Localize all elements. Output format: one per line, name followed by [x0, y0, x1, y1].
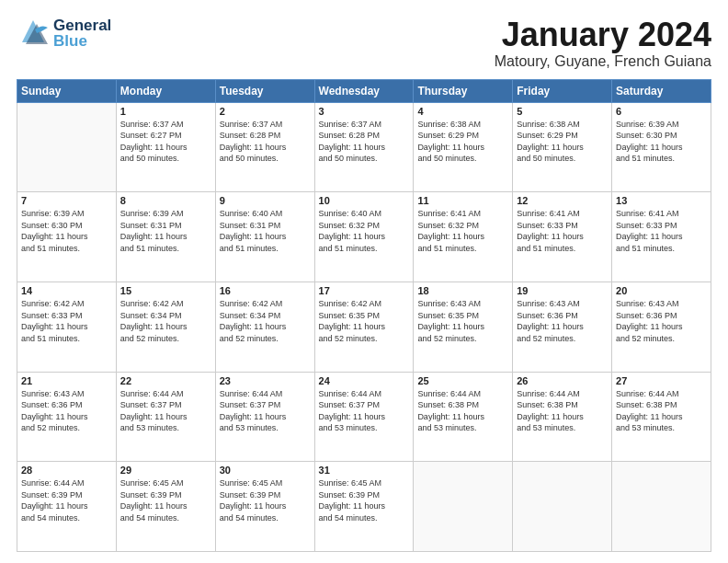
- calendar-day-cell: 16Sunrise: 6:42 AM Sunset: 6:34 PM Dayli…: [215, 282, 314, 372]
- day-number: 27: [616, 375, 707, 386]
- day-info: Sunrise: 6:38 AM Sunset: 6:29 PM Dayligh…: [517, 119, 608, 165]
- day-number: 23: [220, 375, 311, 386]
- day-info: Sunrise: 6:37 AM Sunset: 6:28 PM Dayligh…: [319, 119, 410, 165]
- day-number: 2: [220, 106, 311, 117]
- header-monday: Monday: [116, 79, 215, 102]
- day-info: Sunrise: 6:39 AM Sunset: 6:30 PM Dayligh…: [21, 208, 112, 254]
- logo-general-text: General: [53, 17, 111, 33]
- logo-label: General Blue: [53, 17, 111, 49]
- day-number: 19: [517, 285, 608, 296]
- day-number: 8: [120, 195, 211, 206]
- day-number: 26: [517, 375, 608, 386]
- calendar-day-cell: 19Sunrise: 6:43 AM Sunset: 6:36 PM Dayli…: [513, 282, 612, 372]
- day-number: 7: [21, 195, 112, 206]
- day-info: Sunrise: 6:44 AM Sunset: 6:38 PM Dayligh…: [417, 388, 508, 434]
- calendar-week-row: 14Sunrise: 6:42 AM Sunset: 6:33 PM Dayli…: [17, 282, 711, 372]
- day-info: Sunrise: 6:42 AM Sunset: 6:34 PM Dayligh…: [220, 298, 311, 344]
- calendar-day-cell: 17Sunrise: 6:42 AM Sunset: 6:35 PM Dayli…: [314, 282, 414, 372]
- header-friday: Friday: [513, 79, 612, 102]
- calendar-week-row: 28Sunrise: 6:44 AM Sunset: 6:39 PM Dayli…: [17, 462, 711, 552]
- calendar-day-cell: 25Sunrise: 6:44 AM Sunset: 6:38 PM Dayli…: [414, 372, 513, 462]
- day-info: Sunrise: 6:45 AM Sunset: 6:39 PM Dayligh…: [319, 477, 410, 523]
- day-info: Sunrise: 6:43 AM Sunset: 6:36 PM Dayligh…: [21, 388, 112, 434]
- calendar-day-cell: [17, 102, 117, 192]
- day-info: Sunrise: 6:43 AM Sunset: 6:36 PM Dayligh…: [616, 298, 707, 344]
- header-wednesday: Wednesday: [314, 79, 414, 102]
- title-block: January 2024 Matoury, Guyane, French Gui…: [495, 17, 711, 70]
- day-number: 5: [517, 106, 608, 117]
- day-number: 14: [21, 285, 112, 296]
- day-number: 25: [417, 375, 508, 386]
- day-info: Sunrise: 6:44 AM Sunset: 6:37 PM Dayligh…: [319, 388, 410, 434]
- calendar-week-row: 7Sunrise: 6:39 AM Sunset: 6:30 PM Daylig…: [17, 192, 711, 282]
- header-sunday: Sunday: [17, 79, 117, 102]
- day-number: 20: [616, 285, 707, 296]
- day-number: 29: [120, 465, 211, 476]
- header-saturday: Saturday: [612, 79, 711, 102]
- calendar-day-cell: 6Sunrise: 6:39 AM Sunset: 6:30 PM Daylig…: [612, 102, 711, 192]
- day-info: Sunrise: 6:38 AM Sunset: 6:29 PM Dayligh…: [417, 119, 508, 165]
- day-info: Sunrise: 6:37 AM Sunset: 6:28 PM Dayligh…: [220, 119, 311, 165]
- calendar-week-row: 21Sunrise: 6:43 AM Sunset: 6:36 PM Dayli…: [17, 372, 711, 462]
- logo: General Blue: [17, 17, 111, 50]
- day-info: Sunrise: 6:44 AM Sunset: 6:38 PM Dayligh…: [616, 388, 707, 434]
- calendar-day-cell: 1Sunrise: 6:37 AM Sunset: 6:27 PM Daylig…: [116, 102, 215, 192]
- page: General Blue January 2024 Matoury, Guyan…: [0, 0, 728, 563]
- day-info: Sunrise: 6:43 AM Sunset: 6:35 PM Dayligh…: [417, 298, 508, 344]
- day-number: 21: [21, 375, 112, 386]
- day-number: 30: [220, 465, 311, 476]
- day-info: Sunrise: 6:45 AM Sunset: 6:39 PM Dayligh…: [120, 477, 211, 523]
- day-number: 16: [220, 285, 311, 296]
- day-number: 12: [517, 195, 608, 206]
- day-number: 24: [319, 375, 410, 386]
- calendar-day-cell: 24Sunrise: 6:44 AM Sunset: 6:37 PM Dayli…: [314, 372, 414, 462]
- calendar-day-cell: [414, 462, 513, 552]
- calendar-day-cell: 23Sunrise: 6:44 AM Sunset: 6:37 PM Dayli…: [215, 372, 314, 462]
- calendar-day-cell: 31Sunrise: 6:45 AM Sunset: 6:39 PM Dayli…: [314, 462, 414, 552]
- logo-blue-text: Blue: [53, 33, 111, 49]
- day-info: Sunrise: 6:42 AM Sunset: 6:33 PM Dayligh…: [21, 298, 112, 344]
- day-info: Sunrise: 6:42 AM Sunset: 6:34 PM Dayligh…: [120, 298, 211, 344]
- day-info: Sunrise: 6:41 AM Sunset: 6:33 PM Dayligh…: [616, 208, 707, 254]
- day-info: Sunrise: 6:40 AM Sunset: 6:31 PM Dayligh…: [220, 208, 311, 254]
- day-number: 17: [319, 285, 410, 296]
- calendar-day-cell: 12Sunrise: 6:41 AM Sunset: 6:33 PM Dayli…: [513, 192, 612, 282]
- day-info: Sunrise: 6:40 AM Sunset: 6:32 PM Dayligh…: [319, 208, 410, 254]
- day-number: 18: [417, 285, 508, 296]
- day-info: Sunrise: 6:37 AM Sunset: 6:27 PM Dayligh…: [120, 119, 211, 165]
- calendar-day-cell: 21Sunrise: 6:43 AM Sunset: 6:36 PM Dayli…: [17, 372, 117, 462]
- calendar-table: Sunday Monday Tuesday Wednesday Thursday…: [17, 79, 711, 552]
- calendar-day-cell: 13Sunrise: 6:41 AM Sunset: 6:33 PM Dayli…: [612, 192, 711, 282]
- calendar-day-cell: 28Sunrise: 6:44 AM Sunset: 6:39 PM Dayli…: [17, 462, 117, 552]
- day-number: 22: [120, 375, 211, 386]
- day-number: 10: [319, 195, 410, 206]
- calendar-day-cell: 18Sunrise: 6:43 AM Sunset: 6:35 PM Dayli…: [414, 282, 513, 372]
- day-number: 31: [319, 465, 410, 476]
- calendar-day-cell: 5Sunrise: 6:38 AM Sunset: 6:29 PM Daylig…: [513, 102, 612, 192]
- calendar-day-cell: 15Sunrise: 6:42 AM Sunset: 6:34 PM Dayli…: [116, 282, 215, 372]
- day-number: 6: [616, 106, 707, 117]
- day-number: 3: [319, 106, 410, 117]
- calendar-day-cell: [612, 462, 711, 552]
- calendar-day-cell: 29Sunrise: 6:45 AM Sunset: 6:39 PM Dayli…: [116, 462, 215, 552]
- day-info: Sunrise: 6:44 AM Sunset: 6:37 PM Dayligh…: [220, 388, 311, 434]
- day-number: 28: [21, 465, 112, 476]
- header-tuesday: Tuesday: [215, 79, 314, 102]
- day-info: Sunrise: 6:44 AM Sunset: 6:39 PM Dayligh…: [21, 477, 112, 523]
- day-number: 11: [417, 195, 508, 206]
- calendar-day-cell: 8Sunrise: 6:39 AM Sunset: 6:31 PM Daylig…: [116, 192, 215, 282]
- calendar-day-cell: 4Sunrise: 6:38 AM Sunset: 6:29 PM Daylig…: [414, 102, 513, 192]
- calendar-week-row: 1Sunrise: 6:37 AM Sunset: 6:27 PM Daylig…: [17, 102, 711, 192]
- header-thursday: Thursday: [414, 79, 513, 102]
- day-info: Sunrise: 6:41 AM Sunset: 6:32 PM Dayligh…: [417, 208, 508, 254]
- day-info: Sunrise: 6:43 AM Sunset: 6:36 PM Dayligh…: [517, 298, 608, 344]
- calendar-day-cell: 26Sunrise: 6:44 AM Sunset: 6:38 PM Dayli…: [513, 372, 612, 462]
- day-number: 13: [616, 195, 707, 206]
- calendar-day-cell: 22Sunrise: 6:44 AM Sunset: 6:37 PM Dayli…: [116, 372, 215, 462]
- days-header-row: Sunday Monday Tuesday Wednesday Thursday…: [17, 79, 711, 102]
- day-number: 4: [417, 106, 508, 117]
- day-info: Sunrise: 6:44 AM Sunset: 6:37 PM Dayligh…: [120, 388, 211, 434]
- calendar-day-cell: [513, 462, 612, 552]
- calendar-day-cell: 30Sunrise: 6:45 AM Sunset: 6:39 PM Dayli…: [215, 462, 314, 552]
- calendar-day-cell: 3Sunrise: 6:37 AM Sunset: 6:28 PM Daylig…: [314, 102, 414, 192]
